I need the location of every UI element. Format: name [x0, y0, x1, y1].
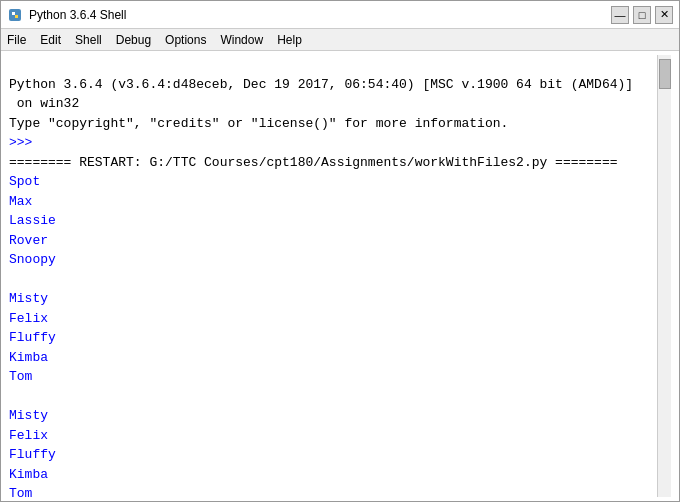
- python-info-line: Type "copyright", "credits" or "license(…: [9, 116, 508, 131]
- blank-line-1: [9, 272, 17, 287]
- dog-name-snoopy: Snoopy: [9, 252, 56, 267]
- title-bar-left: Python 3.6.4 Shell: [7, 7, 126, 23]
- dog-name-spot: Spot: [9, 174, 40, 189]
- menu-shell[interactable]: Shell: [75, 33, 102, 47]
- restart-line: ======== RESTART: G:/TTC Courses/cpt180/…: [9, 155, 618, 170]
- prompt-1: >>>: [9, 135, 40, 150]
- menu-help[interactable]: Help: [277, 33, 302, 47]
- menu-file[interactable]: File: [7, 33, 26, 47]
- menu-options[interactable]: Options: [165, 33, 206, 47]
- python-shell-window: Python 3.6.4 Shell — □ ✕ File Edit Shell…: [0, 0, 680, 502]
- title-bar: Python 3.6.4 Shell — □ ✕: [1, 1, 679, 29]
- dog-name-max: Max: [9, 194, 32, 209]
- menu-debug[interactable]: Debug: [116, 33, 151, 47]
- menu-window[interactable]: Window: [220, 33, 263, 47]
- scrollbar-thumb[interactable]: [659, 59, 671, 89]
- python-icon: [7, 7, 23, 23]
- minimize-button[interactable]: —: [611, 6, 629, 24]
- maximize-button[interactable]: □: [633, 6, 651, 24]
- cat-name-felix-2: Felix: [9, 428, 48, 443]
- cat-name-tom-1: Tom: [9, 369, 32, 384]
- shell-content[interactable]: Python 3.6.4 (v3.6.4:d48eceb, Dec 19 201…: [1, 51, 679, 501]
- dog-name-lassie: Lassie: [9, 213, 56, 228]
- shell-output: Python 3.6.4 (v3.6.4:d48eceb, Dec 19 201…: [9, 55, 657, 497]
- svg-rect-1: [12, 12, 15, 15]
- menu-bar: File Edit Shell Debug Options Window Hel…: [1, 29, 679, 51]
- cat-name-fluffy-2: Fluffy: [9, 447, 56, 462]
- dog-name-rover: Rover: [9, 233, 48, 248]
- cat-name-kimba-2: Kimba: [9, 467, 48, 482]
- close-button[interactable]: ✕: [655, 6, 673, 24]
- cat-name-misty-1: Misty: [9, 291, 48, 306]
- cat-name-kimba-1: Kimba: [9, 350, 48, 365]
- window-title: Python 3.6.4 Shell: [29, 8, 126, 22]
- svg-rect-2: [15, 15, 18, 18]
- window-controls: — □ ✕: [611, 6, 673, 24]
- menu-edit[interactable]: Edit: [40, 33, 61, 47]
- cat-name-misty-2: Misty: [9, 408, 48, 423]
- blank-line-2: [9, 389, 17, 404]
- cat-name-tom-2: Tom: [9, 486, 32, 501]
- cat-name-felix-1: Felix: [9, 311, 48, 326]
- scrollbar[interactable]: [657, 55, 671, 497]
- cat-name-fluffy-1: Fluffy: [9, 330, 56, 345]
- python-version-line: Python 3.6.4 (v3.6.4:d48eceb, Dec 19 201…: [9, 77, 633, 112]
